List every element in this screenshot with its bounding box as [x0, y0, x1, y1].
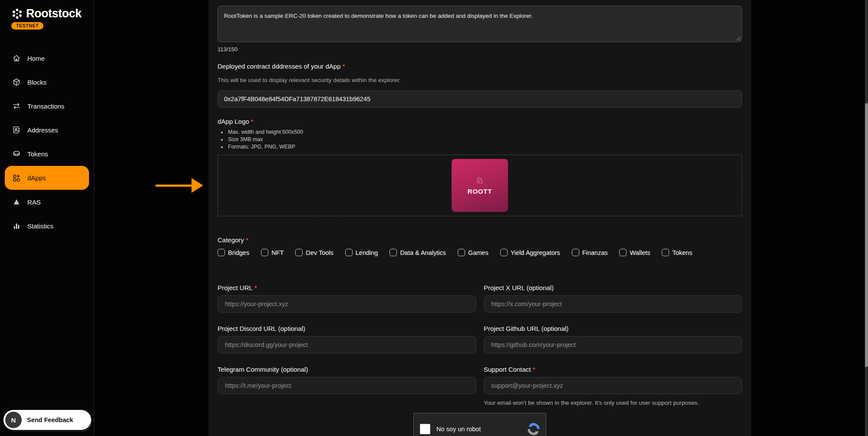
sidebar-item-label: Home: [27, 55, 45, 62]
sidebar-item-ras[interactable]: RAS: [5, 190, 89, 214]
sidebar: Rootstock TESTNET Home Blocks Transacti: [0, 0, 94, 436]
checkbox-icon[interactable]: [662, 249, 669, 256]
support-contact-input[interactable]: [484, 377, 742, 394]
contract-address-label: Deployed contract dddresses of your dApp…: [218, 63, 742, 70]
project-github-url-label: Project Github URL (optional): [484, 325, 742, 332]
sidebar-item-blocks[interactable]: Blocks: [5, 70, 89, 94]
coin-icon: [12, 149, 21, 158]
project-x-url-field: Project X URL (optional): [484, 284, 742, 313]
telegram-community-input[interactable]: [218, 377, 476, 394]
checkbox-icon[interactable]: [389, 249, 397, 256]
recaptcha-logo-icon: [527, 422, 541, 436]
project-url-label: Project URL*: [218, 284, 476, 291]
category-checkbox-wallets[interactable]: Wallets: [619, 249, 650, 256]
checkbox-icon[interactable]: [218, 249, 225, 256]
sidebar-item-statistics[interactable]: Statistics: [5, 214, 89, 238]
project-url-field: Project URL*: [218, 284, 476, 313]
project-github-url-input[interactable]: [484, 336, 742, 353]
checkbox-icon[interactable]: [572, 249, 579, 256]
sidebar-item-tokens[interactable]: Tokens: [5, 142, 89, 165]
category-checkbox-finanzas[interactable]: Finanzas: [572, 249, 608, 256]
recaptcha-checkbox[interactable]: [420, 424, 430, 434]
sidebar-item-dapps[interactable]: dApps: [5, 166, 89, 190]
category-checkbox-nft[interactable]: NFT: [261, 249, 284, 256]
cube-icon: [12, 78, 21, 86]
required-asterisk: *: [246, 236, 248, 244]
sidebar-item-label: Addresses: [27, 126, 58, 134]
category-checkbox-dev-tools[interactable]: Dev Tools: [295, 249, 333, 256]
checkbox-icon[interactable]: [295, 249, 303, 256]
checkbox-icon[interactable]: [500, 249, 508, 256]
project-x-url-input[interactable]: [484, 295, 742, 313]
logo-rule: Formats: JPG, PNG, WEBP: [227, 143, 742, 151]
checkbox-icon[interactable]: [261, 249, 268, 256]
sidebar-item-home[interactable]: Home: [5, 46, 89, 70]
contact-card-icon: [12, 126, 21, 134]
project-discord-url-input[interactable]: [218, 336, 476, 353]
logo-rule: Max. width and height 500x500: [227, 129, 742, 136]
scrollbar-track[interactable]: [865, 0, 868, 436]
required-asterisk: *: [254, 284, 257, 291]
dapp-description-textarea[interactable]: RootToken is a sample ERC-20 token creat…: [218, 6, 742, 42]
feedback-avatar: N: [5, 412, 22, 428]
project-url-input[interactable]: [218, 295, 476, 313]
category-checkbox-yield-aggregators[interactable]: Yield Aggregators: [500, 249, 560, 256]
sidebar-item-transactions[interactable]: Transactions: [5, 94, 89, 118]
scrollbar-thumb[interactable]: [865, 103, 868, 367]
sidebar-item-label: Statistics: [27, 222, 53, 230]
sidebar-item-label: Blocks: [27, 79, 46, 86]
project-x-url-label: Project X URL (optional): [484, 284, 742, 291]
category-checkbox-lending[interactable]: Lending: [345, 249, 378, 256]
contract-address-helper: This will be used to display relevant se…: [218, 77, 742, 83]
checkbox-icon[interactable]: [619, 249, 627, 256]
token-horse-glyph: ♘: [476, 176, 484, 185]
checkbox-icon[interactable]: [345, 249, 353, 256]
character-counter: 113/150: [218, 46, 742, 53]
url-fields-grid: Project URL* Project X URL (optional) Pr…: [218, 284, 742, 406]
project-discord-url-field: Project Discord URL (optional): [218, 325, 476, 353]
category-checkbox-tokens[interactable]: Tokens: [662, 249, 692, 256]
annotation-arrow-line: [155, 185, 192, 187]
rootstock-logo-icon: [11, 8, 23, 20]
category-checkbox-games[interactable]: Games: [458, 249, 488, 256]
annotation-arrow-head: [191, 178, 203, 193]
sidebar-nav: Home Blocks Transactions: [0, 46, 94, 238]
sidebar-item-label: Transactions: [27, 102, 64, 110]
sidebar-item-label: RAS: [27, 198, 41, 206]
project-github-url-field: Project Github URL (optional): [484, 325, 742, 353]
recaptcha-label: No soy un robot: [436, 426, 481, 433]
category-checkbox-data-analytics[interactable]: Data & Analytics: [389, 249, 446, 256]
dapp-form-panel: RootToken is a sample ERC-20 token creat…: [208, 0, 751, 436]
brand[interactable]: Rootstock: [11, 7, 82, 20]
category-label: Category*: [218, 236, 742, 244]
logo-rule: Size 3MB max: [227, 136, 742, 143]
testnet-badge: TESTNET: [11, 22, 43, 30]
dapp-logo-label: dApp Logo*: [218, 118, 742, 125]
home-icon: [12, 54, 21, 63]
apps-grid-plus-icon: [12, 174, 21, 182]
project-discord-url-label: Project Discord URL (optional): [218, 325, 476, 332]
required-asterisk: *: [251, 118, 254, 125]
checkbox-icon[interactable]: [458, 249, 465, 256]
category-checkbox-bridges[interactable]: Bridges: [218, 249, 249, 256]
support-contact-helper: Your email won't be shown in the explore…: [484, 400, 742, 406]
support-contact-field: Support Contact* Your email won't be sho…: [484, 366, 742, 406]
mountain-icon: [12, 198, 21, 206]
contract-address-input[interactable]: [218, 90, 742, 108]
sidebar-item-label: Tokens: [27, 150, 48, 158]
required-asterisk: *: [343, 63, 345, 70]
send-feedback-button[interactable]: N Send Feedback: [3, 410, 91, 430]
category-checkbox-row: Bridges NFT Dev Tools Lending Data & Ana…: [218, 249, 742, 256]
brand-name: Rootstock: [26, 7, 82, 20]
logo-rules-list: Max. width and height 500x500 Size 3MB m…: [227, 129, 742, 151]
sidebar-item-addresses[interactable]: Addresses: [5, 118, 89, 142]
transfer-arrows-icon: [12, 102, 21, 110]
main-area: RootToken is a sample ERC-20 token creat…: [94, 0, 868, 436]
app-root: Rootstock TESTNET Home Blocks Transacti: [0, 0, 868, 436]
sidebar-item-label: dApps: [27, 174, 46, 182]
feedback-label: Send Feedback: [27, 416, 73, 423]
support-contact-label: Support Contact*: [484, 366, 742, 373]
logo-upload-dropzone[interactable]: ♘ ROOTT: [218, 155, 742, 216]
token-name: ROOTT: [468, 188, 492, 195]
recaptcha-widget: No soy un robot: [413, 413, 546, 436]
